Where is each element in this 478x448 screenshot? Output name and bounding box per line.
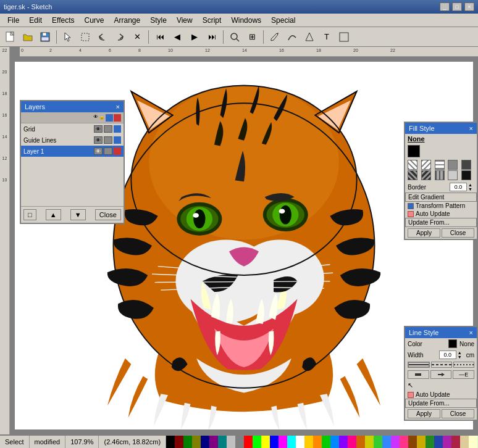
line-cap-arrow[interactable] <box>430 370 452 379</box>
palette-swatch[interactable] <box>408 436 417 448</box>
line-style-dot[interactable] <box>453 362 474 368</box>
fill-none-option[interactable]: None <box>405 134 477 144</box>
tool-first[interactable]: ⏮ <box>152 29 168 45</box>
fill-swatch-5[interactable] <box>461 160 471 170</box>
tool-curve[interactable] <box>284 29 300 45</box>
palette-swatch[interactable] <box>339 436 348 448</box>
tool-last[interactable]: ⏭ <box>204 29 220 45</box>
fill-swatch-2[interactable] <box>421 160 431 170</box>
palette-swatch[interactable] <box>287 436 296 448</box>
menu-arrange[interactable]: Arrange <box>109 15 146 26</box>
line-update-from-button[interactable]: Update From... <box>405 399 477 408</box>
tool-pen[interactable] <box>267 29 283 45</box>
palette-swatch[interactable] <box>235 436 244 448</box>
palette-swatch[interactable] <box>417 436 426 448</box>
layer-item-layer1[interactable]: Layer 1 👁 <box>21 146 124 157</box>
fill-swatch-3[interactable] <box>435 160 445 170</box>
line-cap-butt[interactable] <box>408 370 429 379</box>
palette-swatch[interactable] <box>400 436 408 448</box>
fill-close-icon[interactable]: × <box>469 125 473 132</box>
border-up-arrow[interactable]: ▲ <box>468 183 474 187</box>
palette-swatch[interactable] <box>434 436 443 448</box>
palette-swatch[interactable] <box>469 436 477 448</box>
layer-lock-layer1[interactable] <box>104 147 112 155</box>
tool-extra[interactable] <box>336 29 352 45</box>
width-down-arrow[interactable]: ▼ <box>458 355 464 359</box>
palette-swatch[interactable] <box>322 436 330 448</box>
layer-up-button[interactable]: ▲ <box>46 209 61 220</box>
palette-swatch[interactable] <box>166 436 175 448</box>
layer-eye-layer1[interactable]: 👁 <box>94 147 103 155</box>
layer-item-grid[interactable]: Grid 👁 <box>21 123 124 135</box>
palette-swatch[interactable] <box>270 436 279 448</box>
layer-lock-guides[interactable] <box>104 136 112 144</box>
layer-eye-grid[interactable]: 👁 <box>94 125 103 133</box>
palette-swatch[interactable] <box>218 436 227 448</box>
menu-file[interactable]: File <box>2 15 24 26</box>
fill-border-input[interactable] <box>450 183 467 191</box>
tool-undo[interactable] <box>94 29 111 45</box>
line-style-dash[interactable] <box>431 362 452 368</box>
line-auto-update-checkbox[interactable] <box>408 392 414 398</box>
palette-swatch[interactable] <box>313 436 322 448</box>
palette-swatch[interactable] <box>209 436 218 448</box>
palette-swatch[interactable] <box>183 436 192 448</box>
palette-swatch[interactable] <box>244 436 253 448</box>
layer-lock-grid[interactable] <box>104 125 112 133</box>
line-width-input[interactable] <box>439 351 456 359</box>
fill-swatch-1[interactable] <box>408 160 417 170</box>
palette-swatch[interactable] <box>175 436 183 448</box>
fill-close-button[interactable]: Close <box>442 228 474 238</box>
tool-zoom[interactable] <box>227 29 243 45</box>
menu-edit[interactable]: Edit <box>24 15 47 26</box>
palette-swatch[interactable] <box>391 436 400 448</box>
tool-redo[interactable] <box>112 29 128 45</box>
tool-shape[interactable] <box>301 29 317 45</box>
palette-swatch[interactable] <box>382 436 391 448</box>
layer-new-button[interactable]: □ <box>23 209 36 220</box>
line-apply-button[interactable]: Apply <box>408 409 440 418</box>
line-style-solid[interactable] <box>408 362 430 368</box>
palette-swatch[interactable] <box>356 436 365 448</box>
tool-open[interactable] <box>20 29 36 45</box>
palette-swatch[interactable] <box>426 436 434 448</box>
menu-script[interactable]: Script <box>198 15 227 26</box>
menu-windows[interactable]: Windows <box>226 15 266 26</box>
close-button[interactable]: × <box>464 2 474 11</box>
palette-swatch[interactable] <box>330 436 339 448</box>
tool-select[interactable] <box>60 29 76 45</box>
fill-swatch-4[interactable] <box>448 160 458 170</box>
line-arrow-cursor[interactable]: ↖ <box>408 381 413 389</box>
menu-style[interactable]: Style <box>145 15 172 26</box>
fill-apply-button[interactable]: Apply <box>408 228 440 238</box>
palette-swatch[interactable] <box>365 436 374 448</box>
fill-swatch-8[interactable] <box>435 170 445 180</box>
palette-swatch[interactable] <box>348 436 356 448</box>
maximize-button[interactable]: □ <box>452 2 462 11</box>
layer-item-guides[interactable]: Guide Lines 👁 <box>21 135 124 146</box>
line-close-button[interactable]: Close <box>442 409 474 418</box>
palette-swatch[interactable] <box>253 436 261 448</box>
tool-delete[interactable]: ✕ <box>129 29 145 45</box>
fill-swatch-6[interactable] <box>408 170 417 180</box>
line-end-e[interactable]: —E <box>453 370 474 379</box>
layer-down-button[interactable]: ▼ <box>70 209 86 220</box>
palette-swatch[interactable] <box>296 436 304 448</box>
tool-rect-select[interactable] <box>77 29 93 45</box>
palette-swatch[interactable] <box>261 436 270 448</box>
border-down-arrow[interactable]: ▼ <box>468 187 474 191</box>
width-up-arrow[interactable]: ▲ <box>458 351 464 355</box>
fill-swatch-9[interactable] <box>448 170 458 180</box>
palette-swatch[interactable] <box>304 436 313 448</box>
layer-eye-guides[interactable]: 👁 <box>94 136 103 144</box>
tool-grid[interactable]: ⊞ <box>244 29 260 45</box>
color-palette[interactable] <box>166 436 478 448</box>
tool-next[interactable]: ▶ <box>187 29 203 45</box>
fill-swatch-black[interactable] <box>408 145 420 157</box>
line-close-icon[interactable]: × <box>469 329 473 336</box>
edit-gradient-button[interactable]: Edit Gradient <box>405 193 477 202</box>
fill-swatch-7[interactable] <box>421 170 431 180</box>
menu-curve[interactable]: Curve <box>80 15 109 26</box>
menu-special[interactable]: Special <box>266 15 300 26</box>
fill-update-from-button[interactable]: Update From... <box>405 218 477 227</box>
